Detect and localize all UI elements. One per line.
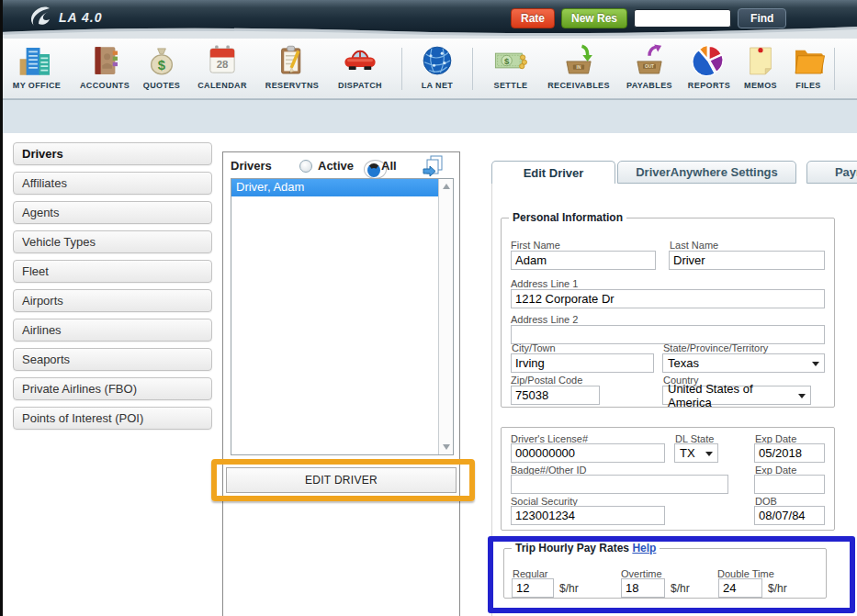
scroll-up-icon[interactable] bbox=[443, 184, 450, 189]
state-label: State/Province/Territory bbox=[663, 342, 768, 353]
zip-field[interactable] bbox=[511, 386, 600, 405]
globe-network-icon bbox=[418, 41, 457, 80]
toolbar-label: LA NET bbox=[395, 81, 479, 90]
sidebar-item-affiliates[interactable]: Affiliates bbox=[13, 172, 212, 195]
main-tab-strip bbox=[0, 99, 857, 133]
sidebar-item-private-airlines[interactable]: Private Airlines (FBO) bbox=[13, 377, 212, 400]
sidebar-item-seaports[interactable]: Seaports bbox=[13, 348, 212, 371]
state-select[interactable]: Texas bbox=[662, 353, 825, 373]
exp-date-field[interactable] bbox=[754, 443, 825, 463]
last-name-label: Last Name bbox=[670, 240, 718, 251]
list-scrollbar[interactable] bbox=[438, 179, 453, 454]
personal-information-section: Personal Information First Name Last Nam… bbox=[501, 211, 835, 408]
overtime-rate-unit: $/hr bbox=[671, 582, 690, 595]
address-book-icon bbox=[85, 41, 124, 80]
double-time-rate-field[interactable] bbox=[718, 578, 762, 598]
svg-text:28: 28 bbox=[217, 59, 229, 70]
dob-field[interactable] bbox=[754, 506, 825, 525]
drivers-license-field[interactable] bbox=[511, 443, 665, 463]
dollar-bill-icon: $ bbox=[491, 41, 530, 80]
toolbar-item-la-net[interactable]: LA NET bbox=[395, 41, 479, 90]
app-title: LA 4.0 bbox=[59, 10, 103, 25]
toolbar-label: DISPATCH bbox=[318, 81, 402, 90]
clipboard-pencil-icon bbox=[273, 41, 311, 80]
radio-active-label[interactable]: Active bbox=[318, 159, 354, 173]
sidebar-item-airports[interactable]: Airports bbox=[13, 289, 212, 312]
tab-driveranywhere-settings[interactable]: DriverAnywhere Settings bbox=[617, 161, 796, 184]
red-car-icon bbox=[341, 41, 379, 80]
svg-text:$: $ bbox=[158, 58, 166, 73]
exp-date2-field[interactable] bbox=[754, 475, 825, 494]
first-name-label: First Name bbox=[511, 240, 560, 251]
city-label: City/Town bbox=[512, 342, 556, 353]
sidebar-item-vehicle-types[interactable]: Vehicle Types bbox=[13, 230, 212, 253]
social-security-field[interactable] bbox=[511, 506, 665, 525]
state-select-value: Texas bbox=[668, 356, 699, 370]
svg-text:IN: IN bbox=[577, 65, 581, 70]
help-link[interactable]: Help bbox=[632, 542, 656, 554]
regular-rate-field[interactable] bbox=[512, 578, 554, 598]
top-navy-bar: LA 4.0 Rate New Res Find bbox=[0, 0, 857, 39]
edit-driver-button[interactable]: EDIT DRIVER bbox=[226, 467, 457, 493]
sidebar-item-agents[interactable]: Agents bbox=[13, 201, 212, 224]
inbox-in-icon: IN bbox=[559, 41, 598, 80]
double-time-rate-unit: $/hr bbox=[768, 582, 787, 595]
address-line1-label: Address Line 1 bbox=[511, 278, 578, 289]
folder-icon bbox=[789, 41, 828, 80]
toolbar-divider bbox=[472, 48, 473, 90]
pay-rates-title: Trip Hourly Pay Rates bbox=[515, 542, 629, 554]
app-window: LA 4.0 Rate New Res Find MY OFFICE bbox=[0, 0, 857, 616]
license-section: Driver's License# DL State TX Exp Date B… bbox=[501, 427, 835, 531]
tab-payroll[interactable]: Payr bbox=[806, 161, 857, 184]
sidebar-item-drivers[interactable]: Drivers bbox=[13, 142, 212, 165]
svg-text:OUT: OUT bbox=[645, 64, 654, 69]
last-name-field[interactable] bbox=[669, 251, 825, 270]
calendar-icon: 28 bbox=[203, 41, 242, 80]
main-toolbar: MY OFFICE ACCOUNTS $ QUOTES bbox=[0, 39, 857, 99]
scroll-down-icon[interactable] bbox=[443, 444, 450, 450]
first-name-field[interactable] bbox=[511, 251, 656, 270]
drivers-panel-title: Drivers bbox=[231, 159, 272, 173]
overtime-rate-field[interactable] bbox=[621, 578, 665, 598]
sidebar-item-points-of-interest[interactable]: Points of Interest (POI) bbox=[13, 407, 212, 430]
drivers-list-panel: Drivers Active All Driver, Adam bbox=[222, 151, 460, 616]
rate-button[interactable]: Rate bbox=[511, 8, 555, 28]
country-select[interactable]: United States of America bbox=[662, 386, 811, 405]
dl-state-select-value: TX bbox=[680, 446, 695, 460]
search-input[interactable] bbox=[634, 9, 731, 28]
toolbar-label: FILES bbox=[766, 81, 851, 90]
personal-information-legend: Personal Information bbox=[509, 211, 626, 224]
svg-text:$: $ bbox=[504, 56, 510, 66]
find-button[interactable]: Find bbox=[738, 8, 786, 28]
money-bag-icon: $ bbox=[142, 41, 181, 80]
dl-state-select[interactable]: TX bbox=[674, 443, 718, 463]
toolbar-divider bbox=[401, 48, 402, 90]
country-select-value: United States of America bbox=[668, 382, 794, 409]
regular-rate-unit: $/hr bbox=[559, 582, 579, 595]
outbox-out-icon: OUT bbox=[630, 41, 669, 80]
sidebar-item-fleet[interactable]: Fleet bbox=[13, 260, 212, 283]
badge-field[interactable] bbox=[511, 475, 728, 494]
pay-rates-section: Trip Hourly Pay Rates Help Regular $/hr … bbox=[503, 542, 827, 599]
address-line2-field[interactable] bbox=[511, 325, 825, 344]
sidebar-item-airlines[interactable]: Airlines bbox=[13, 319, 212, 342]
radio-all-label[interactable]: All bbox=[381, 159, 397, 173]
city-field[interactable] bbox=[511, 353, 654, 373]
office-buildings-icon bbox=[17, 41, 56, 80]
detail-panel-border bbox=[491, 183, 492, 616]
toolbar-divider bbox=[834, 48, 835, 90]
tab-edit-driver[interactable]: Edit Driver bbox=[491, 161, 615, 184]
toolbar-item-files[interactable]: FILES bbox=[766, 41, 851, 90]
drivers-listbox[interactable]: Driver, Adam bbox=[231, 178, 454, 455]
address-line1-field[interactable] bbox=[511, 289, 825, 308]
new-res-button[interactable]: New Res bbox=[561, 8, 627, 28]
driver-list-item-selected[interactable]: Driver, Adam bbox=[231, 179, 453, 196]
pay-rates-legend: Trip Hourly Pay Rates Help bbox=[512, 542, 660, 554]
radio-active[interactable] bbox=[299, 160, 312, 173]
address-line2-label: Address Line 2 bbox=[511, 314, 578, 325]
toolbar-item-dispatch[interactable]: DISPATCH bbox=[318, 41, 402, 90]
zip-label: Zip/Postal Code bbox=[511, 375, 582, 386]
